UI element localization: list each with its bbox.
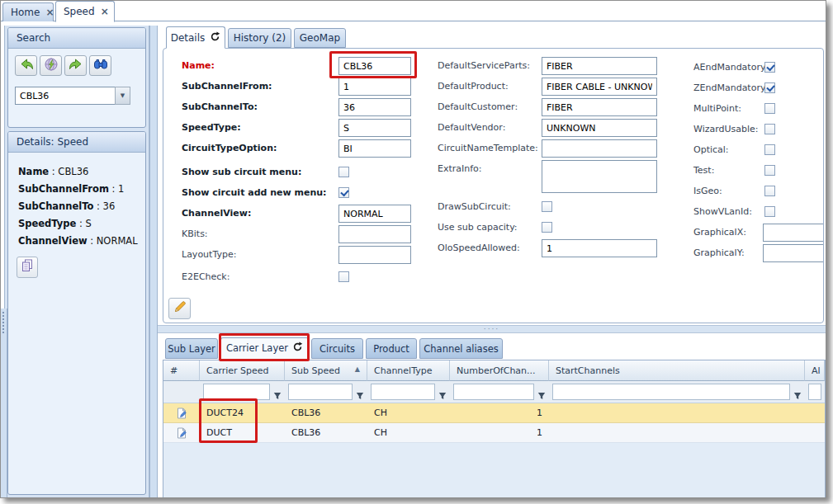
channeltype-filter-input[interactable] (371, 384, 435, 400)
graphicaly-input[interactable] (763, 244, 824, 262)
back-button[interactable] (15, 55, 37, 76)
binoculars-icon (93, 57, 108, 75)
aendmandatory-checkbox[interactable] (764, 62, 775, 73)
filter-cell-numberofchannels (450, 381, 549, 403)
e2echeck-checkbox[interactable] (338, 271, 349, 282)
numberofchannels-filter-input[interactable] (453, 384, 534, 400)
sidebar-splitter[interactable] (149, 26, 158, 497)
sub-speed-filter-input[interactable] (288, 384, 353, 400)
column-header-row-number[interactable]: # (163, 360, 200, 381)
tab-product[interactable]: Product (366, 338, 417, 359)
tab-geomap[interactable]: GeoMap (294, 28, 346, 48)
column-header-carrier-speed[interactable]: Carrier Speed (200, 360, 285, 381)
filter-cell-row-number (163, 381, 200, 403)
filter-icon[interactable] (356, 388, 364, 396)
field-label-graphicaly: GraphicalY: (693, 247, 745, 258)
history-button[interactable] (40, 55, 62, 76)
tab-home[interactable]: Home × (2, 2, 54, 21)
tab-details[interactable]: Details (166, 26, 225, 49)
bottom-tab-strip: Sub Layer Carrier Layer Circuits Product… (165, 337, 503, 359)
filter-icon[interactable] (438, 388, 447, 396)
close-icon[interactable]: × (101, 6, 109, 17)
filter-cell-sub-speed (285, 381, 367, 403)
cell-al[interactable] (805, 403, 825, 422)
tab-sub-layer[interactable]: Sub Layer (165, 338, 218, 359)
grid-filter-row (163, 381, 825, 403)
filter-cell-carrier-speed (200, 381, 285, 403)
zendmandatory-checkbox[interactable] (764, 82, 775, 93)
forward-button[interactable] (64, 55, 87, 76)
column-header-al[interactable]: Al (805, 360, 825, 381)
filter-icon[interactable] (793, 388, 802, 396)
row-edit-button[interactable] (163, 423, 200, 442)
search-panel: Search ▼ (7, 27, 146, 128)
tab-circuits[interactable]: Circuits (311, 338, 363, 359)
search-input[interactable] (15, 87, 115, 105)
detail-line: SubChannelTo : 36 (18, 198, 145, 215)
field-label-showvlanid: ShowVLanId: (693, 206, 752, 217)
cell-sub-speed[interactable]: CBL36 (285, 403, 367, 422)
refresh-icon[interactable] (292, 341, 303, 355)
combo-dropdown-button[interactable]: ▼ (115, 87, 130, 105)
tab-history[interactable]: History (2) (228, 28, 291, 48)
back-arrow-icon (19, 57, 34, 75)
showvlanid-checkbox[interactable] (764, 206, 775, 217)
refresh-icon[interactable] (210, 31, 220, 45)
tab-speed[interactable]: Speed × (55, 1, 115, 22)
tab-channel-aliases[interactable]: Channel aliases (419, 338, 503, 359)
test-checkbox[interactable] (764, 165, 775, 176)
startchannels-filter-input[interactable] (552, 384, 790, 400)
optical-checkbox[interactable] (764, 144, 775, 155)
column-header-channeltype[interactable]: ChannelType (367, 360, 450, 381)
cell-channeltype[interactable]: CH (367, 403, 450, 422)
column-header-startchannels[interactable]: StartChannels (549, 360, 805, 381)
cell-carrier-speed[interactable]: DUCT (200, 423, 285, 442)
multipoint-checkbox[interactable] (764, 103, 775, 114)
find-button[interactable] (89, 55, 111, 76)
filter-icon[interactable] (537, 388, 546, 396)
tab-sub-layer-label: Sub Layer (168, 343, 215, 355)
copy-button[interactable] (17, 257, 38, 278)
column-header-numberofchannels[interactable]: NumberOfChan... (450, 360, 549, 381)
pencil-icon (173, 299, 187, 318)
details-form: Name: SubChannelFrom: SubChannelTo: Spee… (163, 48, 824, 323)
cell-carrier-speed[interactable]: DUCT24 (200, 403, 285, 422)
carrier-speed-filter-input[interactable] (203, 384, 270, 400)
tab-details-label: Details (171, 32, 206, 44)
table-row[interactable]: DUCT24 CBL36 CH 1 (163, 403, 825, 423)
detail-line: SpeedType : S (18, 215, 145, 233)
cell-sub-speed[interactable]: CBL36 (285, 423, 367, 442)
grip-dots: ···· (484, 325, 499, 333)
collapse-strip[interactable] (1, 309, 7, 497)
edit-button[interactable] (168, 298, 191, 319)
close-icon[interactable]: × (45, 7, 54, 18)
isgeo-checkbox[interactable] (764, 186, 775, 196)
sidebar-details-lines: Name : CBL36 SubChannelFrom : 1 SubChann… (8, 153, 145, 250)
sidebar-details-title: Details: Speed (8, 132, 145, 153)
tab-channel-aliases-label: Channel aliases (424, 343, 498, 355)
app-window: Home × Speed × Search (0, 0, 826, 498)
tab-home-label: Home (11, 7, 40, 18)
graphicalx-input[interactable] (763, 224, 824, 242)
cell-startchannels[interactable] (549, 423, 805, 442)
column-header-sub-speed[interactable]: Sub Speed▲ (285, 360, 367, 381)
tab-carrier-layer[interactable]: Carrier Layer (220, 337, 309, 359)
forward-arrow-icon (69, 57, 83, 75)
cell-channeltype[interactable]: CH (367, 423, 450, 442)
field-label-multipoint: MultiPoint: (693, 103, 741, 114)
cell-startchannels[interactable] (549, 403, 805, 422)
horizontal-splitter[interactable]: ···· (158, 325, 826, 333)
filter-cell-al (805, 381, 825, 403)
field-label-optical: Optical: (693, 144, 729, 155)
cell-numberofchannels[interactable]: 1 (450, 423, 549, 442)
al-filter-input[interactable] (808, 384, 821, 400)
grid-header-row: # Carrier Speed Sub Speed▲ ChannelType N… (163, 360, 825, 381)
row-edit-button[interactable] (163, 403, 200, 422)
filter-icon[interactable] (273, 388, 282, 396)
table-row[interactable]: DUCT CBL36 CH 1 (163, 423, 825, 443)
cell-numberofchannels[interactable]: 1 (450, 403, 549, 422)
wizardusable-checkbox[interactable] (764, 124, 775, 134)
cell-al[interactable] (805, 423, 825, 442)
field-label-e2echeck: E2ECheck: (182, 271, 230, 282)
field-label-zendmandatory: ZEndMandatory: (693, 82, 768, 93)
